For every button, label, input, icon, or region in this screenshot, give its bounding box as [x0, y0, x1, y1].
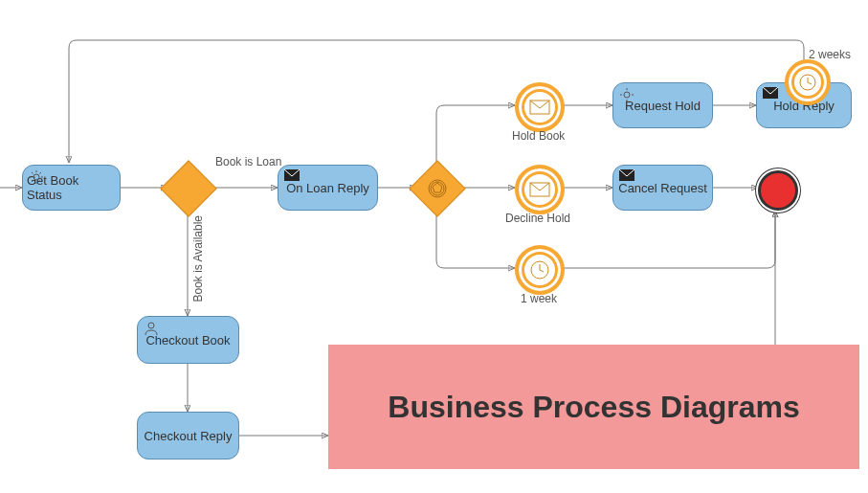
task-request-hold[interactable]: Request Hold	[612, 82, 713, 128]
task-on-loan-reply[interactable]: On Loan Reply	[278, 165, 378, 211]
svg-point-22	[148, 323, 154, 328]
envelope-black-icon	[284, 169, 300, 185]
pentagon-icon	[427, 178, 448, 199]
gateway-event-based[interactable]	[409, 160, 465, 216]
title-banner: Business Process Diagrams	[328, 345, 859, 469]
task-label: Checkout Reply	[145, 429, 233, 443]
task-checkout-reply[interactable]: Checkout Reply	[137, 412, 239, 459]
svg-point-23	[624, 92, 630, 98]
event-label: Decline Hold	[505, 212, 570, 225]
clock-icon	[529, 259, 550, 280]
user-icon	[144, 321, 159, 336]
edge-label-book-is-loan: Book is Loan	[215, 155, 281, 168]
svg-line-17	[32, 172, 33, 174]
bpmn-diagram-canvas: Get Book Status On Loan Reply Checkout B…	[0, 0, 868, 493]
svg-line-18	[40, 181, 42, 183]
banner-text: Business Process Diagrams	[388, 390, 799, 425]
event-label: Hold Book	[512, 129, 565, 143]
event-decline-hold[interactable]	[515, 165, 565, 214]
event-end[interactable]	[758, 170, 798, 211]
svg-point-31	[431, 182, 444, 195]
envelope-black-icon	[763, 87, 778, 102]
svg-point-12	[33, 174, 39, 180]
event-label: 1 week	[521, 292, 557, 305]
event-timer-2weeks[interactable]	[785, 59, 831, 105]
gear-icon	[619, 87, 634, 102]
task-get-book-status[interactable]: Get Book Status	[22, 165, 121, 211]
svg-line-19	[32, 181, 33, 183]
envelope-open-icon	[529, 182, 550, 197]
event-label: 2 weeks	[809, 48, 851, 61]
svg-marker-32	[433, 183, 442, 192]
clock-icon	[798, 73, 817, 92]
gear-icon	[29, 169, 44, 185]
task-checkout-book[interactable]: Checkout Book	[137, 316, 239, 364]
task-cancel-request[interactable]: Cancel Request	[612, 165, 713, 211]
svg-line-20	[40, 172, 42, 174]
envelope-open-icon	[529, 100, 550, 115]
envelope-black-icon	[619, 169, 634, 185]
task-label: Request Hold	[625, 99, 701, 113]
gateway-exclusive-1[interactable]	[160, 160, 216, 216]
edge-label-book-is-available: Book is Available	[191, 215, 205, 303]
event-hold-book[interactable]	[515, 82, 565, 132]
event-timer-1week[interactable]	[515, 245, 565, 295]
